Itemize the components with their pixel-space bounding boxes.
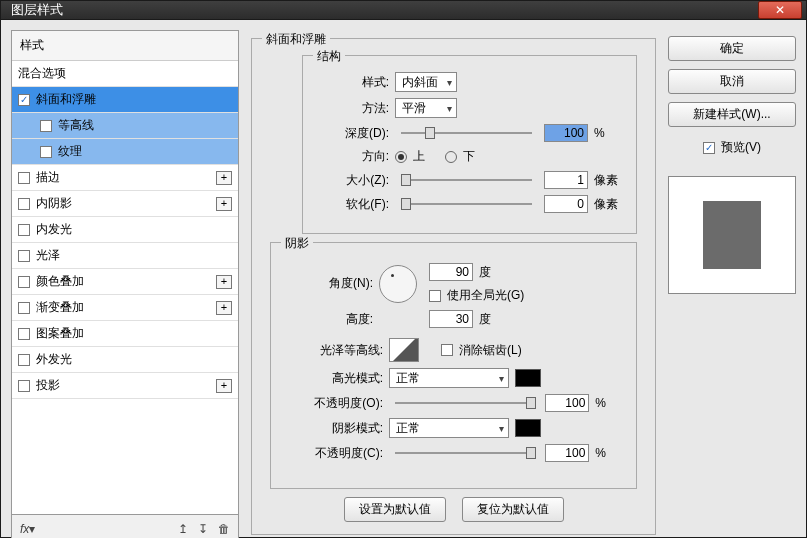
reset-default-button[interactable]: 复位为默认值 (462, 497, 564, 522)
shadow-opacity-slider[interactable] (395, 446, 533, 460)
add-effect-icon[interactable]: + (216, 197, 232, 211)
cancel-button[interactable]: 取消 (668, 69, 796, 94)
direction-down-radio[interactable] (445, 151, 457, 163)
add-effect-icon[interactable]: + (216, 275, 232, 289)
style-row-9[interactable]: 图案叠加 (12, 321, 238, 347)
method-select[interactable]: 平滑 (395, 98, 457, 118)
blending-options-row[interactable]: 混合选项 (12, 61, 238, 87)
style-checkbox[interactable] (18, 276, 30, 288)
ok-button[interactable]: 确定 (668, 36, 796, 61)
direction-up-radio[interactable] (395, 151, 407, 163)
style-row-11[interactable]: 投影+ (12, 373, 238, 399)
preview-box (668, 176, 796, 294)
altitude-input[interactable]: 30 (429, 310, 473, 328)
layer-style-dialog: 图层样式 ✕ 样式 混合选项 斜面和浮雕等高线纹理描边+内阴影+内发光光泽颜色叠… (0, 0, 807, 538)
highlight-mode-label: 高光模式: (301, 370, 383, 387)
style-row-5[interactable]: 内发光 (12, 217, 238, 243)
style-checkbox[interactable] (18, 328, 30, 340)
fx-icon[interactable]: fx▾ (20, 522, 35, 536)
highlight-opacity-input[interactable]: 100 (545, 394, 589, 412)
direction-label: 方向: (317, 148, 389, 165)
structure-legend: 结构 (313, 48, 345, 65)
style-row-8[interactable]: 渐变叠加+ (12, 295, 238, 321)
style-label: 投影 (36, 377, 210, 394)
shadow-mode-select[interactable]: 正常 (389, 418, 509, 438)
highlight-mode-select[interactable]: 正常 (389, 368, 509, 388)
style-checkbox[interactable] (40, 120, 52, 132)
highlight-opacity-slider[interactable] (395, 396, 533, 410)
style-label: 纹理 (58, 143, 232, 160)
styles-list: 样式 混合选项 斜面和浮雕等高线纹理描边+内阴影+内发光光泽颜色叠加+渐变叠加+… (11, 30, 239, 515)
style-label: 颜色叠加 (36, 273, 210, 290)
style-label: 渐变叠加 (36, 299, 210, 316)
global-light-checkbox[interactable] (429, 290, 441, 302)
style-row-7[interactable]: 颜色叠加+ (12, 269, 238, 295)
center-panel: 斜面和浮雕 结构 样式: 内斜面 方法: 平滑 深度(D): 100 (247, 30, 660, 538)
shadow-color-swatch[interactable] (515, 419, 541, 437)
style-label: 光泽 (36, 247, 232, 264)
right-panel: 确定 取消 新建样式(W)... 预览(V) (668, 30, 796, 538)
style-row-3[interactable]: 描边+ (12, 165, 238, 191)
structure-fieldset: 结构 样式: 内斜面 方法: 平滑 深度(D): 100 % (302, 55, 637, 234)
move-down-icon[interactable]: ↧ (198, 522, 208, 536)
style-label: 图案叠加 (36, 325, 232, 342)
preview-swatch (703, 201, 761, 269)
style-checkbox[interactable] (18, 302, 30, 314)
gloss-label: 光泽等高线: (301, 342, 383, 359)
depth-input[interactable]: 100 (544, 124, 588, 142)
style-row-0[interactable]: 斜面和浮雕 (12, 87, 238, 113)
style-checkbox[interactable] (18, 94, 30, 106)
style-label: 描边 (36, 169, 210, 186)
add-effect-icon[interactable]: + (216, 171, 232, 185)
add-effect-icon[interactable]: + (216, 301, 232, 315)
style-checkbox[interactable] (18, 198, 30, 210)
preview-row: 预览(V) (668, 139, 796, 156)
altitude-label: 高度: (301, 311, 373, 328)
soften-input[interactable]: 0 (544, 195, 588, 213)
highlight-color-swatch[interactable] (515, 369, 541, 387)
size-slider[interactable] (401, 173, 532, 187)
preview-checkbox[interactable] (703, 142, 715, 154)
highlight-opacity-label: 不透明度(O): (301, 395, 383, 412)
style-checkbox[interactable] (18, 250, 30, 262)
style-checkbox[interactable] (18, 224, 30, 236)
close-icon: ✕ (775, 3, 785, 17)
dialog-body: 样式 混合选项 斜面和浮雕等高线纹理描边+内阴影+内发光光泽颜色叠加+渐变叠加+… (1, 20, 806, 538)
titlebar[interactable]: 图层样式 ✕ (1, 1, 806, 20)
default-buttons-row: 设置为默认值 复位为默认值 (262, 497, 645, 522)
style-row-2[interactable]: 纹理 (12, 139, 238, 165)
make-default-button[interactable]: 设置为默认值 (344, 497, 446, 522)
angle-dial[interactable] (379, 265, 417, 303)
style-label: 内阴影 (36, 195, 210, 212)
method-label: 方法: (317, 100, 389, 117)
size-input[interactable]: 1 (544, 171, 588, 189)
style-label: 斜面和浮雕 (36, 91, 232, 108)
angle-input[interactable]: 90 (429, 263, 473, 281)
style-row-1[interactable]: 等高线 (12, 113, 238, 139)
style-label: 等高线 (58, 117, 232, 134)
depth-label: 深度(D): (317, 125, 389, 142)
new-style-button[interactable]: 新建样式(W)... (668, 102, 796, 127)
style-label: 内发光 (36, 221, 232, 238)
style-checkbox[interactable] (18, 354, 30, 366)
style-checkbox[interactable] (18, 380, 30, 392)
style-row-6[interactable]: 光泽 (12, 243, 238, 269)
shadow-opacity-input[interactable]: 100 (545, 444, 589, 462)
move-up-icon[interactable]: ↥ (178, 522, 188, 536)
style-checkbox[interactable] (40, 146, 52, 158)
style-checkbox[interactable] (18, 172, 30, 184)
style-row-10[interactable]: 外发光 (12, 347, 238, 373)
shadow-opacity-label: 不透明度(C): (301, 445, 383, 462)
depth-slider[interactable] (401, 126, 532, 140)
style-row-4[interactable]: 内阴影+ (12, 191, 238, 217)
close-button[interactable]: ✕ (758, 1, 802, 19)
sidebar: 样式 混合选项 斜面和浮雕等高线纹理描边+内阴影+内发光光泽颜色叠加+渐变叠加+… (11, 30, 239, 538)
add-effect-icon[interactable]: + (216, 379, 232, 393)
window-title: 图层样式 (11, 1, 63, 19)
antialias-checkbox[interactable] (441, 344, 453, 356)
size-label: 大小(Z): (317, 172, 389, 189)
trash-icon[interactable]: 🗑 (218, 522, 230, 536)
soften-slider[interactable] (401, 197, 532, 211)
gloss-contour-picker[interactable] (389, 338, 419, 362)
style-select[interactable]: 内斜面 (395, 72, 457, 92)
